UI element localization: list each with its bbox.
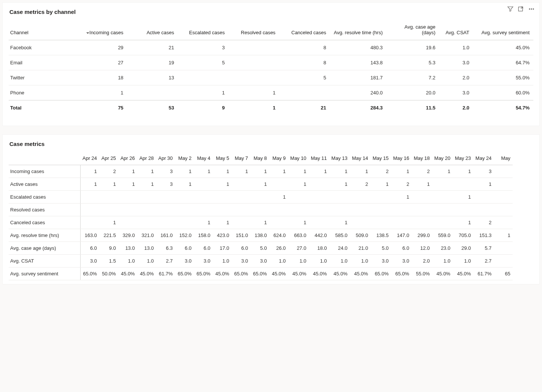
value-cell: 1	[76, 85, 127, 100]
date-column-header[interactable]: May 16	[391, 152, 412, 165]
value-cell: 18	[76, 70, 127, 85]
date-column-header[interactable]: Apr 30	[156, 152, 175, 165]
matrix-cell: 624.0	[269, 229, 288, 242]
col-incoming[interactable]: Incoming cases	[76, 20, 127, 40]
matrix-cell	[308, 204, 329, 216]
matrix-cell: 5.0	[250, 242, 269, 255]
table-row[interactable]: Email271958143.85.33.064.7%	[9, 55, 533, 70]
date-column-header[interactable]: May 10	[288, 152, 309, 165]
matrix-cell: 1.0	[432, 255, 453, 267]
date-column-header[interactable]: May 8	[250, 152, 269, 165]
date-column-header[interactable]: May 23	[453, 152, 473, 165]
matrix-row[interactable]: Avg. case age (days)6.09.013.013.06.36.0…	[9, 242, 513, 255]
matrix-cell: 1	[370, 178, 391, 191]
col-active[interactable]: Active cases	[127, 20, 178, 40]
svg-point-1	[529, 9, 530, 9]
matrix-row[interactable]: Resolved cases	[9, 204, 513, 216]
matrix-cell: 1	[411, 178, 432, 191]
matrix-cell: 158.0	[194, 229, 213, 242]
matrix-cell	[118, 216, 137, 229]
matrix-row[interactable]: Canceled cases11111112	[9, 216, 513, 229]
matrix-cell	[494, 178, 513, 191]
matrix-cell: 161.0	[156, 229, 175, 242]
matrix-cell: 1	[473, 178, 494, 191]
matrix-cell	[370, 216, 391, 229]
date-column-header[interactable]: May 13	[329, 152, 350, 165]
value-cell: 1	[229, 85, 279, 100]
case-metrics-card: Case metrics Apr 24Apr 25Apr 26Apr 28Apr…	[2, 134, 540, 284]
matrix-cell: 24.0	[329, 242, 350, 255]
date-column-header[interactable]: May 24	[473, 152, 494, 165]
matrix-cell: 2	[391, 178, 412, 191]
matrix-row[interactable]: Incoming cases121131111111111212113	[9, 165, 513, 178]
date-column-header[interactable]: May 11	[308, 152, 329, 165]
matrix-cell: 1	[432, 165, 453, 178]
matrix-cell: 23.0	[432, 242, 453, 255]
value-cell: 13	[127, 70, 178, 85]
value-cell: 3	[178, 40, 229, 55]
date-column-header[interactable]: May 18	[411, 152, 432, 165]
col-canceled[interactable]: Canceled cases	[279, 20, 330, 40]
col-escalated[interactable]: Escalated cases	[178, 20, 229, 40]
matrix-row[interactable]: Active cases111131111121211	[9, 178, 513, 191]
matrix-cell: 1	[250, 216, 269, 229]
date-column-header[interactable]: Apr 24	[80, 152, 99, 165]
matrix-cell	[350, 216, 370, 229]
date-column-header[interactable]: May 2	[175, 152, 194, 165]
focus-mode-icon[interactable]	[518, 6, 524, 12]
date-column-header[interactable]: May 9	[269, 152, 288, 165]
more-options-icon[interactable]	[528, 6, 535, 12]
case-metrics-matrix: Apr 24Apr 25Apr 26Apr 28Apr 30May 2May 4…	[9, 152, 513, 280]
channel-cell: Twitter	[9, 70, 76, 85]
table-row[interactable]: Facebook292138480.319.61.045.0%	[9, 40, 533, 55]
date-column-header[interactable]: May 4	[194, 152, 213, 165]
matrix-cell: 163.0	[80, 229, 99, 242]
matrix-row[interactable]: Avg. resolve time (hrs)163.0221.5329.032…	[9, 229, 513, 242]
matrix-cell	[432, 191, 453, 204]
matrix-cell: 1	[213, 178, 232, 191]
filter-icon[interactable]	[507, 6, 514, 12]
matrix-cell: 423.0	[213, 229, 232, 242]
date-column-header[interactable]: May 15	[370, 152, 391, 165]
col-channel[interactable]: Channel	[9, 20, 76, 40]
matrix-row[interactable]: Avg. CSAT3.01.51.01.02.73.03.01.03.03.01…	[9, 255, 513, 267]
value-cell: 3.0	[439, 55, 473, 70]
matrix-cell: 45.0%	[350, 267, 370, 280]
table-row[interactable]: Twitter18135181.77.22.055.0%	[9, 70, 533, 85]
date-column-header[interactable]: May 7	[232, 152, 250, 165]
date-column-header[interactable]: Apr 26	[118, 152, 137, 165]
col-avg-age[interactable]: Avg. case age (days)	[386, 20, 439, 40]
total-cell: 11.5	[386, 100, 439, 115]
value-cell: 1.0	[439, 40, 473, 55]
matrix-cell	[156, 204, 175, 216]
matrix-cell	[288, 191, 309, 204]
col-avg-resolve[interactable]: Avg. resolve time (hrs)	[330, 20, 386, 40]
matrix-cell	[453, 204, 473, 216]
value-cell	[279, 85, 330, 100]
matrix-cell	[473, 204, 494, 216]
date-column-header[interactable]: May 5	[213, 152, 232, 165]
matrix-row[interactable]: Escalated cases111	[9, 191, 513, 204]
matrix-cell: 1	[494, 229, 513, 242]
matrix-cell	[494, 165, 513, 178]
matrix-row[interactable]: Avg. survey sentiment65.0%50.0%45.0%45.0…	[9, 267, 513, 280]
date-column-header[interactable]: Apr 25	[99, 152, 118, 165]
table-row[interactable]: Phone111240.020.03.060.0%	[9, 85, 533, 100]
col-resolved[interactable]: Resolved cases	[229, 20, 279, 40]
matrix-cell: 61.7%	[156, 267, 175, 280]
col-sentiment[interactable]: Avg. survey sentiment	[473, 20, 533, 40]
date-column-header[interactable]: May 14	[350, 152, 370, 165]
date-column-header[interactable]: Apr 28	[137, 152, 156, 165]
date-column-header[interactable]: May 20	[432, 152, 453, 165]
matrix-cell: 1	[350, 165, 370, 178]
matrix-cell: 65.0%	[250, 267, 269, 280]
matrix-cell: 45.0%	[432, 267, 453, 280]
col-csat[interactable]: Avg. CSAT	[439, 20, 473, 40]
total-cell: 2.0	[439, 100, 473, 115]
matrix-cell	[80, 204, 99, 216]
date-column-header[interactable]: May	[494, 152, 513, 165]
matrix-cell: 21.0	[350, 242, 370, 255]
matrix-cell: 147.0	[391, 229, 412, 242]
total-cell: 1	[229, 100, 279, 115]
matrix-cell	[118, 204, 137, 216]
